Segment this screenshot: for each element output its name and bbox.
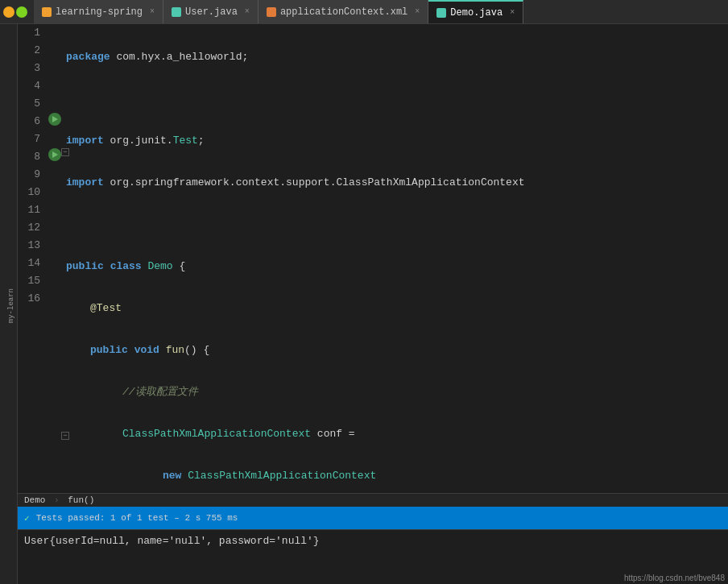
- gutter: − −: [47, 24, 63, 493]
- code-line-9: //读取配置文件: [66, 383, 728, 401]
- main-area: my-learn 1 2 3 4 5 6 7 8 9 10 11 12 13 1…: [0, 24, 728, 584]
- status-bar: ✓ Tests passed: 1 of 1 test – 2 s 755 ms: [18, 507, 728, 529]
- code-line-8: public void fun() {: [66, 342, 728, 359]
- code-line-7: @Test: [66, 300, 728, 317]
- tab-learning-spring[interactable]: learning-spring ×: [34, 0, 163, 23]
- tab-label-user-java: User.java: [185, 6, 238, 18]
- run-icon-line6[interactable]: [48, 113, 61, 126]
- tab-user-java[interactable]: User.java ×: [163, 0, 259, 23]
- tab-label-learning-spring: learning-spring: [56, 6, 143, 18]
- minimize-button[interactable]: [3, 6, 14, 18]
- status-check-icon: ✓: [24, 513, 30, 524]
- tabs-container: learning-spring × User.java × applicatio…: [34, 0, 523, 23]
- sidebar-label: my-learn: [6, 287, 17, 325]
- breadcrumb: Demo › fun(): [18, 493, 728, 507]
- code-content[interactable]: package com.hyx.a_helloworld; import org…: [63, 24, 728, 493]
- line-numbers: 1 2 3 4 5 6 7 8 9 10 11 12 13 14 15 16: [18, 24, 47, 493]
- editor-area: 1 2 3 4 5 6 7 8 9 10 11 12 13 14 15 16: [18, 24, 728, 584]
- url-hint: https://blog.csdn.net/bve848: [624, 574, 725, 582]
- maximize-button[interactable]: [16, 6, 27, 18]
- sidebar: my-learn: [0, 24, 18, 584]
- tab-icon-user-java: [172, 7, 181, 17]
- tab-icon-learning-spring: [42, 7, 52, 17]
- tab-label-application-context: applicationContext.xml: [280, 6, 407, 18]
- output-line-1: User{userId=null, name='null', password=…: [24, 533, 722, 549]
- breadcrumb-method: fun(): [68, 495, 94, 505]
- code-line-10: ClassPathXmlApplicationContext conf =: [66, 425, 728, 443]
- code-line-3: import org.junit.Test;: [66, 132, 728, 150]
- tab-close-user-java[interactable]: ×: [245, 7, 250, 16]
- code-line-4: import org.springframework.context.suppo…: [66, 174, 728, 192]
- code-line-2: [66, 90, 728, 108]
- tab-close-learning-spring[interactable]: ×: [150, 7, 155, 16]
- window-controls: [0, 6, 27, 18]
- tab-close-demo-java[interactable]: ×: [510, 8, 515, 17]
- tab-bar: learning-spring × User.java × applicatio…: [0, 0, 728, 24]
- status-tests-passed: Tests passed: 1 of 1 test – 2 s 755 ms: [36, 513, 238, 523]
- tab-demo-java[interactable]: Demo.java ×: [428, 0, 523, 23]
- tab-label-demo-java: Demo.java: [450, 7, 503, 19]
- run-icon-line8[interactable]: [48, 148, 61, 161]
- code-line-5: [66, 216, 728, 234]
- code-line-11: new ClassPathXmlApplicationContext: [66, 467, 728, 485]
- tab-application-context[interactable]: applicationContext.xml ×: [259, 0, 428, 23]
- code-line-1: package com.hyx.a_helloworld;: [66, 48, 728, 66]
- tab-icon-application-context: [267, 7, 276, 17]
- breadcrumb-file: Demo: [24, 495, 45, 505]
- output-panel: User{userId=null, name='null', password=…: [18, 529, 728, 584]
- svg-marker-0: [52, 116, 58, 122]
- tab-close-application-context[interactable]: ×: [415, 7, 420, 16]
- tab-icon-demo-java: [436, 8, 446, 18]
- code-editor[interactable]: 1 2 3 4 5 6 7 8 9 10 11 12 13 14 15 16: [18, 24, 728, 493]
- breadcrumb-sep: ›: [54, 495, 60, 505]
- code-line-6: public class Demo {: [66, 258, 728, 275]
- svg-marker-1: [52, 151, 58, 158]
